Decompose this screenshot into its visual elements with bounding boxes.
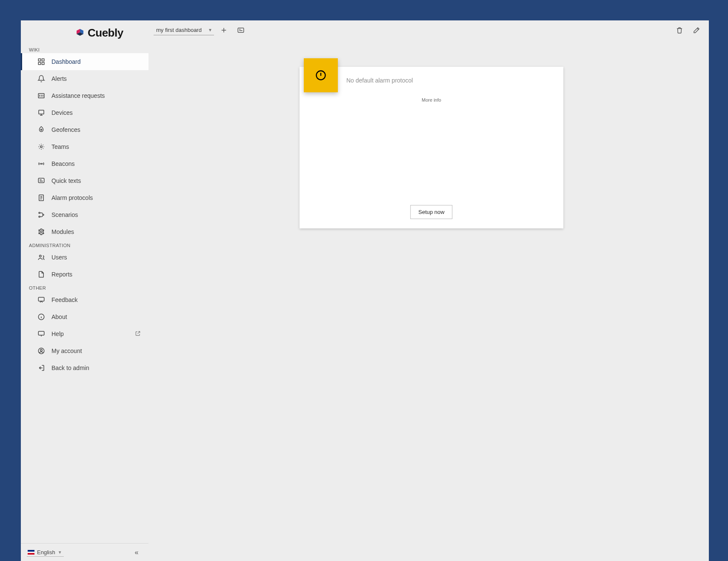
- assistance-icon: [37, 91, 46, 100]
- devices-icon: [37, 108, 46, 117]
- users-icon: [37, 253, 46, 262]
- collapse-sidebar-button[interactable]: «: [131, 547, 143, 558]
- sidebar-item-label: Users: [51, 254, 148, 261]
- sidebar-item-users[interactable]: Users: [21, 249, 148, 266]
- geofence-icon: [37, 125, 46, 134]
- teams-icon: [37, 142, 46, 151]
- sidebar-item-label: Modules: [51, 228, 148, 235]
- dashboard-canvas: No default alarm protocol More info Setu…: [148, 40, 709, 561]
- sidebar-item-label: Dashboard: [51, 58, 148, 65]
- sidebar-item-modules[interactable]: Modules: [21, 223, 148, 240]
- about-icon: [37, 313, 46, 321]
- brand-logo: Cuebly: [21, 20, 148, 45]
- sidebar-item-assistance[interactable]: Assistance requests: [21, 87, 148, 104]
- sidebar-item-protocols[interactable]: Alarm protocols: [21, 189, 148, 206]
- sidebar-footer: English ▼ «: [21, 543, 148, 561]
- dashboard-icon: [37, 57, 46, 66]
- reports-icon: [37, 270, 46, 279]
- feedback-icon: [37, 296, 46, 304]
- topbar: my first dashboard ▼: [148, 20, 709, 40]
- svg-rect-3: [42, 63, 44, 65]
- bell-icon: [37, 74, 46, 83]
- flag-icon: [28, 550, 34, 555]
- sidebar-item-devices[interactable]: Devices: [21, 104, 148, 121]
- sidebar-item-label: Teams: [51, 143, 148, 150]
- setup-now-button[interactable]: Setup now: [410, 205, 452, 219]
- account-icon: [37, 347, 46, 355]
- main-area: my first dashboard ▼ No default: [148, 20, 709, 561]
- widget-more-info-link[interactable]: More info: [300, 97, 563, 103]
- sidebar-item-label: Geofences: [51, 126, 148, 133]
- sidebar-item-scenarios[interactable]: Scenarios: [21, 206, 148, 223]
- svg-point-8: [41, 163, 42, 164]
- sidebar-item-label: About: [51, 313, 148, 320]
- dashboard-select[interactable]: my first dashboard ▼: [154, 25, 214, 35]
- language-select[interactable]: English ▼: [27, 548, 64, 557]
- sidebar-item-reports[interactable]: Reports: [21, 266, 148, 283]
- svg-point-15: [40, 255, 42, 257]
- svg-point-13: [43, 214, 44, 216]
- chevron-down-icon: ▼: [58, 550, 62, 555]
- sidebar-item-teams[interactable]: Teams: [21, 138, 148, 155]
- external-link-icon: [135, 330, 141, 338]
- sidebar: Cuebly WIKI Dashboard Alerts Assistance …: [21, 20, 148, 561]
- sidebar-item-beacons[interactable]: Beacons: [21, 155, 148, 172]
- widget-title: No default alarm protocol: [346, 77, 413, 84]
- svg-rect-9: [38, 178, 44, 183]
- section-label-admin: ADMINISTRATION: [21, 240, 148, 249]
- modules-icon: [37, 228, 46, 236]
- svg-point-20: [40, 349, 43, 351]
- svg-rect-0: [38, 59, 40, 61]
- sidebar-item-back[interactable]: Back to admin: [21, 359, 148, 376]
- sidebar-item-label: Back to admin: [51, 365, 148, 371]
- sidebar-item-label: Devices: [51, 109, 148, 116]
- sidebar-item-label: Alarm protocols: [51, 194, 148, 201]
- protocol-icon: [37, 194, 46, 202]
- sidebar-item-about[interactable]: About: [21, 308, 148, 325]
- delete-button[interactable]: [672, 23, 687, 37]
- chevron-down-icon: ▼: [208, 28, 212, 32]
- sidebar-item-dashboard[interactable]: Dashboard: [21, 53, 148, 70]
- widget-catalog-button[interactable]: [234, 23, 248, 37]
- svg-point-14: [40, 231, 43, 233]
- sidebar-item-label: Reports: [51, 271, 148, 278]
- add-dashboard-button[interactable]: [217, 23, 231, 37]
- sidebar-item-label: Alerts: [51, 75, 148, 82]
- sidebar-item-feedback[interactable]: Feedback: [21, 291, 148, 308]
- sidebar-item-quicktexts[interactable]: Quick texts: [21, 172, 148, 189]
- svg-point-11: [39, 212, 40, 214]
- svg-rect-5: [39, 110, 44, 114]
- brand-mark-icon: [75, 28, 85, 38]
- alarm-protocol-widget: No default alarm protocol More info Setu…: [300, 67, 563, 228]
- sidebar-item-label: Feedback: [51, 296, 148, 303]
- warning-badge: [304, 58, 338, 92]
- svg-point-7: [40, 146, 43, 148]
- back-icon: [37, 364, 46, 372]
- sidebar-item-label: Assistance requests: [51, 92, 148, 99]
- sidebar-item-label: Scenarios: [51, 211, 148, 218]
- sidebar-item-label: Help: [51, 330, 135, 337]
- beacon-icon: [37, 159, 46, 168]
- sidebar-item-label: Beacons: [51, 160, 148, 167]
- language-label: English: [37, 549, 55, 555]
- brand-name: Cuebly: [88, 26, 123, 40]
- sidebar-item-alerts[interactable]: Alerts: [21, 70, 148, 87]
- sidebar-item-geofences[interactable]: Geofences: [21, 121, 148, 138]
- svg-point-12: [39, 216, 40, 217]
- sidebar-item-help[interactable]: Help: [21, 325, 148, 342]
- svg-rect-16: [38, 297, 44, 301]
- svg-point-6: [41, 129, 42, 131]
- app-window: Cuebly WIKI Dashboard Alerts Assistance …: [21, 20, 709, 561]
- dashboard-select-value: my first dashboard: [156, 27, 202, 33]
- svg-rect-1: [42, 59, 44, 61]
- scenario-icon: [37, 211, 46, 219]
- section-label-other: OTHER: [21, 283, 148, 291]
- section-label-wiki: WIKI: [21, 45, 148, 53]
- sidebar-item-label: Quick texts: [51, 177, 148, 184]
- help-icon: [37, 330, 46, 338]
- sidebar-item-account[interactable]: My account: [21, 342, 148, 359]
- sidebar-item-label: My account: [51, 347, 148, 354]
- svg-rect-2: [38, 63, 40, 65]
- edit-button[interactable]: [689, 23, 704, 37]
- quicktext-icon: [37, 177, 46, 185]
